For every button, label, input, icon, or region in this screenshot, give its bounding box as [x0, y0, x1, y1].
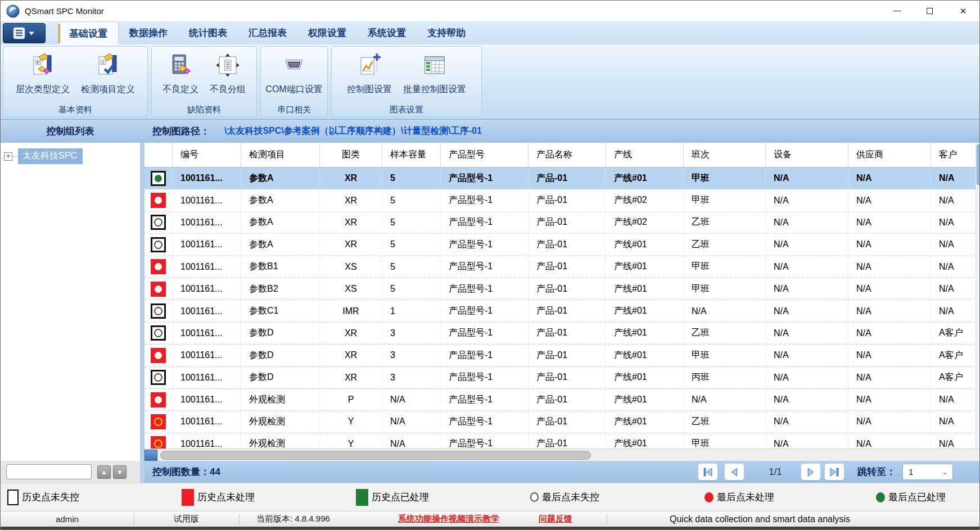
- minimize-button[interactable]: [880, 1, 913, 21]
- table-row[interactable]: 1001161...参数AXR5产品型号-1产品-01产线#02乙班N/AN/A…: [144, 212, 980, 234]
- red-square-icon: [182, 489, 194, 506]
- cell-supplier: N/A: [848, 411, 931, 432]
- cell-shift: 乙班: [684, 234, 766, 255]
- cell-inspection-item: 参数A: [241, 167, 320, 189]
- scroll-left-button[interactable]: [144, 450, 157, 461]
- next-page-icon: [805, 466, 817, 478]
- column-header-shift[interactable]: 班次: [684, 143, 766, 167]
- jump-page-select[interactable]: 1 ⌄: [902, 464, 953, 480]
- tab-data-operations[interactable]: 数据操作: [119, 21, 178, 44]
- inspection-item-icon: I: [95, 52, 121, 80]
- cell-code: 1001161...: [173, 212, 241, 233]
- ribbon-group: COM端口设置串口相关: [260, 46, 328, 117]
- status-legend-bar: 历史点未失控历史点未处理历史点已处理最后点未失控最后点未处理最后点已处理: [1, 483, 979, 511]
- cell-status: [144, 323, 173, 344]
- table-row[interactable]: 1001161...参数C1IMR1产品型号-1产品-01产线#01N/AN/A…: [144, 300, 980, 322]
- video-tutorial-link[interactable]: 系统功能操作视频演示教学: [398, 511, 499, 527]
- previous-page-button[interactable]: [724, 463, 744, 481]
- cell-status: [144, 167, 173, 189]
- cell-supplier: N/A: [848, 234, 931, 255]
- column-header-product-model[interactable]: 产品型号: [441, 143, 529, 167]
- control-chart-settings-button[interactable]: 控制图设置: [344, 51, 395, 103]
- cell-inspection-item: 参数A: [241, 189, 320, 211]
- app-menu-icon: [11, 26, 37, 40]
- column-header-customer[interactable]: 客户: [931, 143, 980, 167]
- cell-sample-size: 5: [382, 234, 441, 255]
- column-header-supplier[interactable]: 供应商: [848, 143, 931, 167]
- cell-chart-type: IMR: [320, 300, 382, 321]
- app-menu-button[interactable]: [3, 23, 46, 43]
- last-page-button[interactable]: [824, 463, 844, 481]
- column-header-sample-size[interactable]: 样本容量: [382, 143, 441, 167]
- close-button[interactable]: ✕: [947, 1, 979, 21]
- tab-support-help[interactable]: 支持帮助: [417, 21, 476, 44]
- column-header-inspection-item[interactable]: 检测项目: [241, 143, 320, 167]
- defect-define-icon: [168, 52, 193, 80]
- green-square-icon: [356, 489, 368, 506]
- com-port-settings-button[interactable]: COM端口设置: [262, 51, 326, 103]
- tree-item-root[interactable]: + 太友科技SPC: [4, 148, 83, 164]
- tab-summary-reports[interactable]: 汇总报表: [238, 21, 297, 44]
- feedback-link[interactable]: 问题反馈: [539, 511, 572, 527]
- defect-define-button[interactable]: 不良定义: [159, 51, 202, 103]
- table-row[interactable]: 1001161...外观检测YN/A产品型号-1产品-01产线#01甲班N/AN…: [144, 433, 980, 449]
- horizontal-scrollbar-thumb[interactable]: [160, 451, 591, 460]
- ribbon-button-label: COM端口设置: [265, 84, 322, 96]
- tree-expander-icon[interactable]: +: [4, 152, 12, 161]
- column-header-production-line[interactable]: 产线: [606, 143, 684, 167]
- table-row[interactable]: 1001161...参数AXR5产品型号-1产品-01产线#02甲班N/AN/A…: [144, 189, 980, 211]
- status-icon-ring: [151, 237, 166, 252]
- cell-customer: N/A: [931, 278, 980, 300]
- cell-sample-size: 3: [382, 345, 441, 366]
- cell-sample-size: 5: [382, 167, 441, 189]
- cell-chart-type: XR: [320, 323, 382, 344]
- vertical-scrollbar[interactable]: [976, 143, 980, 449]
- table-row[interactable]: 1001161...参数DXR3产品型号-1产品-01产线#01乙班N/AN/A…: [144, 323, 980, 345]
- green-circle-icon: [876, 492, 885, 502]
- defect-group-button[interactable]: 不良分组: [206, 51, 249, 103]
- cell-customer: N/A: [931, 411, 980, 432]
- table-row[interactable]: 1001161...外观检测PN/A产品型号-1产品-01产线#01N/AN/A…: [144, 389, 980, 411]
- search-down-button[interactable]: ▼: [113, 465, 127, 479]
- cell-product-name: 产品-01: [529, 323, 606, 344]
- batch-control-chart-settings-button[interactable]: 批量控制图设置: [400, 51, 469, 103]
- cell-equipment: N/A: [766, 389, 848, 410]
- search-up-button[interactable]: ▲: [97, 465, 111, 479]
- status-icon-red-ring: [151, 436, 166, 449]
- cell-shift: 丙班: [684, 367, 766, 388]
- horizontal-scrollbar[interactable]: [144, 449, 980, 461]
- cell-supplier: N/A: [848, 323, 931, 344]
- cell-equipment: N/A: [766, 256, 848, 278]
- column-header-chart-type[interactable]: 图类: [320, 143, 382, 167]
- cell-supplier: N/A: [848, 189, 931, 211]
- column-header-product-name[interactable]: 产品名称: [529, 143, 606, 167]
- table-row[interactable]: 1001161...参数AXR5产品型号-1产品-01产线#01乙班N/AN/A…: [144, 234, 980, 256]
- tab-statistics-charts[interactable]: 统计图表: [178, 21, 238, 44]
- tab-basic-settings[interactable]: 基础设置: [58, 21, 119, 44]
- cell-shift: 甲班: [684, 256, 766, 278]
- cell-production-line: 产线#01: [606, 367, 684, 388]
- jump-page-value: 1: [909, 467, 913, 477]
- cell-supplier: N/A: [848, 300, 931, 321]
- table-row[interactable]: 1001161...参数DXR3产品型号-1产品-01产线#01甲班N/AN/A…: [144, 345, 980, 366]
- column-header-code[interactable]: 编号: [173, 143, 241, 167]
- vertical-scrollbar-thumb[interactable]: [977, 144, 980, 185]
- next-page-button[interactable]: [801, 463, 821, 481]
- inspection-item-define-button[interactable]: I检测项目定义: [78, 51, 138, 103]
- maximize-button[interactable]: [913, 1, 946, 21]
- sidebar-splitter[interactable]: [140, 143, 144, 461]
- table-row[interactable]: 1001161...参数DXR3产品型号-1产品-01产线#01丙班N/AN/A…: [144, 367, 980, 389]
- table-row[interactable]: 1001161...参数B1XS5产品型号-1产品-01产线#01甲班N/AN/…: [144, 256, 980, 278]
- table-row[interactable]: 1001161...外观检测YN/A产品型号-1产品-01产线#01乙班N/AN…: [144, 411, 980, 433]
- hierarchy-type-define-button[interactable]: P层次类型定义: [12, 51, 73, 103]
- table-row[interactable]: 1001161...参数B2XS5产品型号-1产品-01产线#01甲班N/AN/…: [144, 278, 980, 300]
- column-header-equipment[interactable]: 设备: [766, 143, 848, 167]
- cell-status: [144, 300, 173, 321]
- tree-search-input[interactable]: [6, 464, 92, 479]
- column-header-status[interactable]: [144, 143, 173, 167]
- tab-permission-settings[interactable]: 权限设置: [297, 21, 357, 44]
- cell-supplier: N/A: [848, 389, 931, 410]
- tab-system-settings[interactable]: 系统设置: [357, 21, 417, 44]
- table-row[interactable]: 1001161...参数AXR5产品型号-1产品-01产线#01甲班N/AN/A…: [144, 167, 980, 189]
- first-page-button[interactable]: [698, 463, 718, 481]
